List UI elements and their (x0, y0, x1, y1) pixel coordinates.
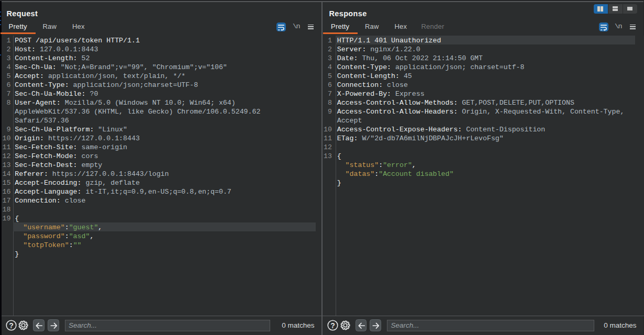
svg-text:?: ? (330, 321, 335, 330)
svg-text:?: ? (9, 321, 14, 330)
